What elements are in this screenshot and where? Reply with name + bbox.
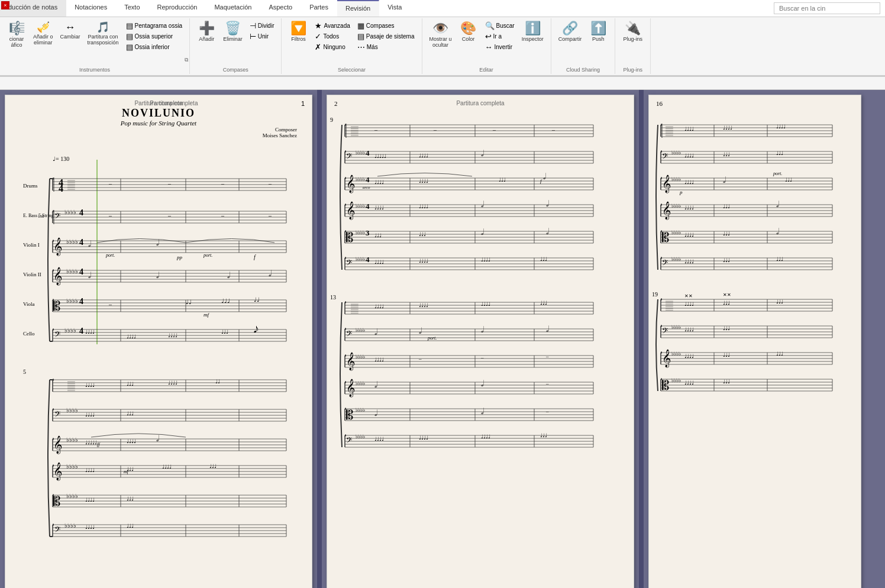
instrumentos-content: 🎼 cionaráfico 🎺 Añadir oeliminar ↔️ Camb… xyxy=(5,20,185,66)
ir-a-label: Ir a xyxy=(493,33,502,40)
section5-label: 5 xyxy=(23,369,26,375)
violin1-label: Violin I xyxy=(23,242,40,248)
svg-text:𝅗𝅥: 𝅗𝅥 xyxy=(374,409,377,416)
svg-text:𝄡: 𝄡 xyxy=(662,230,669,245)
btn-ossia-superior[interactable]: ▤ Ossia superior xyxy=(124,31,185,41)
ribbon: ducción de notas Notaciones Texto Reprod… xyxy=(0,0,885,77)
cloud-sharing-content: 🔗 Compartir ⬆️ Push xyxy=(556,20,611,66)
unir-icon: ⊢ xyxy=(250,32,256,41)
svg-text:–: – xyxy=(268,180,272,187)
btn-compases[interactable]: ▦ Compases xyxy=(355,21,417,31)
btn-pentagrama-ossia[interactable]: ▤ Pentagrama ossia xyxy=(124,21,185,31)
btn-dividir[interactable]: ⊣ Dividir xyxy=(247,21,277,31)
btn-push[interactable]: ⬆️ Push xyxy=(586,21,610,43)
svg-text:♩♩♩♩: ♩♩♩♩ xyxy=(684,327,694,332)
tab-partes[interactable]: Partes xyxy=(301,0,337,17)
svg-text:♩♩♩: ♩♩♩ xyxy=(127,466,134,472)
tab-maquetacion[interactable]: Maquetación xyxy=(206,0,260,17)
buscar-icon: 🔍 xyxy=(485,21,495,30)
svg-text:–: – xyxy=(167,212,172,219)
btn-partitura-trans[interactable]: 🎵 Partitura contransposición xyxy=(85,21,121,47)
svg-text:♩♩♩: ♩♩♩ xyxy=(499,177,506,183)
btn-seleccionar[interactable]: 🎼 cionaráfico xyxy=(5,21,28,49)
svg-text:𝄞: 𝄞 xyxy=(53,267,62,286)
btn-ossia-inferior[interactable]: ▤ Ossia inferior xyxy=(124,42,185,52)
tab-vista[interactable]: Vista xyxy=(379,0,411,17)
pentagrama-ossia-label: Pentagrama ossia xyxy=(135,22,183,29)
tab-notaciones[interactable]: Notaciones xyxy=(66,0,116,17)
svg-text:♩♩♩: ♩♩♩ xyxy=(127,411,134,416)
svg-text:mf: mf xyxy=(204,312,209,318)
svg-text:♭♭♭♭: ♭♭♭♭ xyxy=(64,522,76,529)
btn-anadir[interactable]: 🎺 Añadir oeliminar xyxy=(31,21,56,47)
tab-texto[interactable]: Texto xyxy=(116,0,148,17)
svg-text:–: – xyxy=(433,127,437,133)
drums-label: Drums xyxy=(23,183,38,189)
btn-unir[interactable]: ⊢ Unir xyxy=(247,31,277,41)
btn-ninguno[interactable]: ✗ Ninguno xyxy=(312,42,352,52)
invertir-label: Invertir xyxy=(495,44,513,50)
svg-text:♭♭♭♭: ♭♭♭♭ xyxy=(356,327,365,333)
svg-text:–: – xyxy=(545,408,549,414)
group-cloud-sharing: 🔗 Compartir ⬆️ Push Cloud Sharing xyxy=(551,18,616,74)
tab-notas[interactable]: ducción de notas xyxy=(0,0,66,17)
svg-text:♩♩♩: ♩♩♩ xyxy=(540,300,547,306)
btn-color[interactable]: 🎨 Color xyxy=(457,21,480,43)
svg-text:𝄢: 𝄢 xyxy=(54,410,60,420)
score-title: NOVILUNIO xyxy=(20,107,297,119)
group-plugins: 🔌 Plug-ins Plug-ins xyxy=(615,18,651,74)
svg-text:𝄢: 𝄢 xyxy=(54,212,60,222)
svg-text:♩♩♩♩: ♩♩♩♩ xyxy=(374,179,384,185)
svg-text:𝄢: 𝄢 xyxy=(346,152,352,162)
seleccionar-sub-buttons: ★ Avanzada ✓ Todos ✗ Ninguno xyxy=(312,21,352,52)
btn-cambiar[interactable]: ↔️ Cambiar xyxy=(58,21,83,41)
pasaje-sistema-icon: ▤ xyxy=(357,32,364,41)
btn-avanzada[interactable]: ★ Avanzada xyxy=(312,21,352,31)
svg-text:♩♩♩♩♩: ♩♩♩♩♩ xyxy=(374,153,386,159)
svg-text:𝄛: 𝄛 xyxy=(351,125,358,136)
btn-compartir[interactable]: 🔗 Compartir xyxy=(556,21,584,43)
score-svg-page2: 9 𝄛 – – – – xyxy=(327,113,599,588)
compases-sel-label: Compases xyxy=(366,22,395,29)
svg-text:𝄡: 𝄡 xyxy=(346,408,353,422)
btn-mas[interactable]: ⋯ Más xyxy=(355,42,417,52)
svg-text:♩♩♩: ♩♩♩ xyxy=(785,177,792,183)
ossia-inferior-icon: ▤ xyxy=(126,43,133,51)
btn-plugins[interactable]: 🔌 Plug-ins xyxy=(621,21,645,43)
btn-pasaje-sistema[interactable]: ▤ Pasaje de sistema xyxy=(355,31,417,41)
btn-inspector[interactable]: ℹ️ Inspector xyxy=(519,21,546,43)
btn-eliminar-comp[interactable]: 🗑️ Eliminar xyxy=(221,21,245,43)
svg-text:♭♭♭♭: ♭♭♭♭ xyxy=(64,209,76,215)
svg-text:4: 4 xyxy=(59,183,63,193)
btn-anadir-comp[interactable]: ➕ Añadir xyxy=(195,21,218,43)
close-button[interactable]: × xyxy=(1,1,9,9)
tab-reproduccion[interactable]: Reproducción xyxy=(149,0,206,17)
score-header: NOVILUNIO Pop music for String Quartet C… xyxy=(20,107,297,138)
search-input[interactable] xyxy=(774,2,880,14)
compartir-label: Compartir xyxy=(558,36,582,42)
svg-text:♩♩♩: ♩♩♩ xyxy=(723,231,730,237)
svg-text:4: 4 xyxy=(79,238,83,247)
score-page-1: Partitura completa Partitura completa 1 … xyxy=(5,95,312,588)
svg-text:♩♩♩♩: ♩♩♩♩ xyxy=(684,259,694,264)
score-composer: Composer Moises Sanchez xyxy=(20,127,297,138)
btn-mostrar-ocultar[interactable]: 👁️ Mostrar uocultar xyxy=(427,21,454,49)
svg-text:♩♩♩: ♩♩♩ xyxy=(127,523,134,529)
tab-revision[interactable]: Revisión xyxy=(337,0,379,17)
svg-text:♭♭♭♭: ♭♭♭♭ xyxy=(356,434,365,440)
svg-text:𝅗𝅥: 𝅗𝅥 xyxy=(88,272,91,279)
instrumentos-expand-icon[interactable]: ⧉ xyxy=(185,57,188,63)
svg-text:♩♩♩♩: ♩♩♩♩ xyxy=(419,258,428,264)
btn-todos[interactable]: ✓ Todos xyxy=(312,31,352,41)
tab-aspecto[interactable]: Aspecto xyxy=(260,0,301,17)
btn-filtros[interactable]: 🔽 Filtros xyxy=(286,21,310,43)
buscar-label: Buscar xyxy=(496,22,515,29)
svg-text:♭♭♭♭: ♭♭♭♭ xyxy=(66,238,78,245)
btn-ir-a[interactable]: ↩ Ir a xyxy=(483,31,517,41)
btn-buscar[interactable]: 🔍 Buscar xyxy=(483,21,517,31)
score-page-3: 16 𝄛 ♩♩♩♩ ♩♩♩♩ ♩♩♩♩ xyxy=(648,95,861,588)
svg-text:𝄛: 𝄛 xyxy=(351,303,358,314)
svg-text:♩♩♩♩: ♩♩♩♩ xyxy=(85,524,95,530)
btn-invertir[interactable]: ↔ Invertir xyxy=(483,42,517,52)
ossia-superior-label: Ossia superior xyxy=(135,33,173,40)
